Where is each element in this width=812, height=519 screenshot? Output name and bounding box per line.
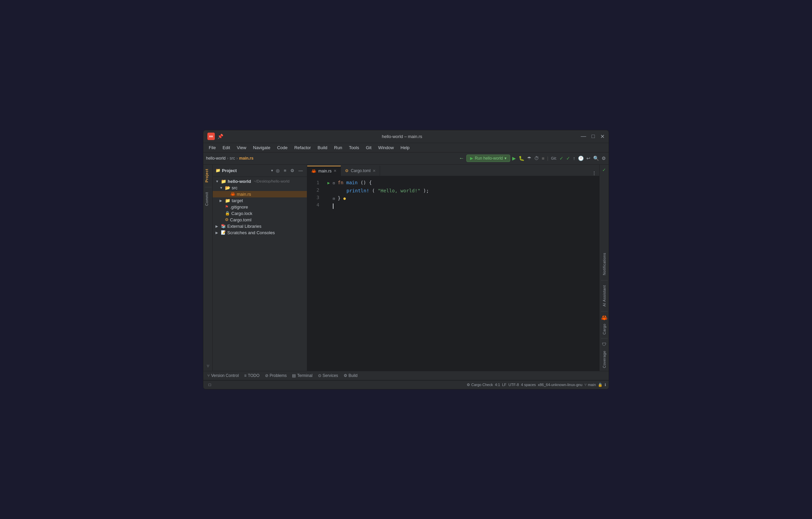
version-control-btn[interactable]: ⑂ Version Control bbox=[205, 373, 241, 379]
tree-target-folder[interactable]: ▶ 📁 target bbox=[213, 197, 307, 204]
tree-cargo-toml[interactable]: ⚙ Cargo.toml bbox=[213, 217, 307, 223]
vcs-icon[interactable]: ⑂ bbox=[205, 363, 211, 370]
commit-panel-label[interactable]: Commit bbox=[203, 188, 212, 210]
git-check1-icon[interactable]: ✓ bbox=[559, 156, 563, 161]
close-button[interactable]: ✕ bbox=[600, 133, 605, 140]
panel-sort-icon[interactable]: ≡ bbox=[282, 167, 288, 174]
code-content[interactable]: ▶ ⊟ fn main () { bbox=[323, 176, 599, 371]
git-check2-icon[interactable]: ✓ bbox=[566, 156, 570, 161]
coverage-icon-btn[interactable]: ☂ bbox=[527, 156, 531, 161]
maximize-button[interactable]: □ bbox=[591, 133, 595, 140]
cargo-icon[interactable]: 🦀 bbox=[600, 313, 608, 322]
tree-ext-libs[interactable]: ▶ 📚 External Libraries bbox=[213, 223, 307, 229]
panel-locate-icon[interactable]: ◎ bbox=[274, 167, 281, 174]
code-editor[interactable]: 1 2 3 4 ▶ ⊟ fn main bbox=[307, 176, 599, 371]
run-icon: ▶ bbox=[470, 156, 473, 161]
pin-icon[interactable]: 📌 bbox=[218, 134, 223, 139]
tab-cargo-toml[interactable]: ⚙ Cargo.toml ✕ bbox=[341, 166, 380, 176]
search-icon[interactable]: 🔍 bbox=[593, 156, 599, 161]
panel-settings-icon[interactable]: ⚙ bbox=[289, 167, 296, 174]
menu-git[interactable]: Git bbox=[363, 144, 374, 151]
menu-code[interactable]: Code bbox=[274, 144, 290, 151]
shield-icon[interactable]: 🛡 bbox=[600, 340, 608, 349]
services-btn[interactable]: ⊙ Services bbox=[315, 373, 341, 379]
git-revert-icon[interactable]: ↩ bbox=[586, 156, 590, 161]
run-arrow-icon[interactable]: ▶ bbox=[327, 181, 330, 185]
menu-help[interactable]: Help bbox=[398, 144, 412, 151]
menu-edit[interactable]: Edit bbox=[220, 144, 233, 151]
fold-close-icon[interactable]: ⊟ bbox=[333, 197, 335, 200]
version-control-icon: ⑂ bbox=[207, 373, 210, 378]
code-body-1: ⊟ fn main () { bbox=[333, 179, 599, 187]
menu-navigate[interactable]: Navigate bbox=[250, 144, 273, 151]
lock-icon[interactable]: 🔒 bbox=[598, 383, 603, 387]
problems-btn[interactable]: ⊘ Problems bbox=[262, 373, 290, 379]
code-body-2: println! ( "Hello, world!" ); bbox=[333, 187, 599, 194]
profile-icon-btn[interactable]: ⏱ bbox=[534, 156, 539, 161]
code-line-2: println! ( "Hello, world!" ); bbox=[327, 187, 599, 194]
breadcrumb: hello-world › src › main.rs bbox=[206, 156, 254, 161]
minimize-button[interactable]: — bbox=[581, 133, 586, 140]
cargo-toml-icon: ⚙ bbox=[225, 217, 229, 222]
breadcrumb-file[interactable]: main.rs bbox=[239, 156, 254, 161]
panel-dropdown-icon[interactable]: ▾ bbox=[271, 168, 273, 173]
project-panel: 📁 Project ▾ ◎ ≡ ⚙ — ▼ 📁 hello-world ~/De… bbox=[213, 165, 307, 371]
title-bar: RR 📌 hello-world – main.rs — □ ✕ bbox=[203, 130, 609, 143]
project-panel-label[interactable]: Project bbox=[203, 165, 212, 187]
menu-build[interactable]: Build bbox=[315, 144, 330, 151]
expand-icon[interactable]: □ bbox=[206, 381, 213, 388]
tab-cargo-toml-close[interactable]: ✕ bbox=[373, 169, 376, 173]
tree-main-rs[interactable]: 🦀 main.rs bbox=[213, 191, 307, 197]
debug-icon-btn[interactable]: 🐛 bbox=[519, 156, 524, 161]
menu-refactor[interactable]: Refactor bbox=[292, 144, 314, 151]
tree-cargo-lock[interactable]: 🔒 Cargo.lock bbox=[213, 210, 307, 217]
menu-tools[interactable]: Tools bbox=[346, 144, 362, 151]
indent-status[interactable]: 4 spaces bbox=[521, 383, 536, 387]
cargo-check-status[interactable]: ⚙ Cargo Check bbox=[467, 383, 493, 387]
breadcrumb-sep1: › bbox=[227, 156, 228, 161]
coverage-label[interactable]: Coverage bbox=[602, 349, 607, 370]
notifications-label[interactable]: Notifications bbox=[602, 250, 607, 278]
cargo-label[interactable]: Cargo bbox=[602, 322, 607, 336]
panel-minimize-icon[interactable]: — bbox=[297, 167, 304, 174]
tab-main-rs[interactable]: 🦀 main.rs ✕ bbox=[307, 166, 341, 176]
stop-icon-btn[interactable]: ■ bbox=[542, 156, 544, 161]
tabs-more-button[interactable]: ⋮ bbox=[589, 170, 599, 176]
menu-window[interactable]: Window bbox=[376, 144, 397, 151]
menu-file[interactable]: File bbox=[206, 144, 219, 151]
tree-gitignore[interactable]: ⚑ .gitignore bbox=[213, 204, 307, 210]
breadcrumb-project[interactable]: hello-world bbox=[206, 156, 226, 161]
tree-src-folder[interactable]: ▼ 📂 src bbox=[213, 185, 307, 191]
menu-view[interactable]: View bbox=[234, 144, 249, 151]
terminal-btn[interactable]: ▤ Terminal bbox=[289, 373, 315, 379]
line-num-2: 2 bbox=[307, 186, 319, 194]
tab-main-rs-label: main.rs bbox=[318, 169, 331, 173]
run-config-button[interactable]: ▶ Run hello-world ▾ bbox=[466, 155, 510, 162]
toolbar: hello-world › src › main.rs ← ▶ Run hell… bbox=[203, 153, 609, 165]
paren-2-open: ( bbox=[372, 188, 375, 193]
build-btn[interactable]: ⚙ Build bbox=[341, 373, 360, 379]
ai-assistant-label[interactable]: AI Assistant bbox=[602, 282, 607, 309]
line-ending-status[interactable]: LF bbox=[502, 383, 506, 387]
branch-status[interactable]: ⑂ main bbox=[584, 383, 596, 387]
encoding-status[interactable]: UTF-8 bbox=[509, 383, 519, 387]
git-history-icon[interactable]: 🕐 bbox=[578, 156, 584, 161]
toolbar-back-icon[interactable]: ← bbox=[459, 155, 464, 161]
git-push-icon[interactable]: ↑ bbox=[573, 156, 575, 161]
info-icon[interactable]: ℹ bbox=[605, 383, 606, 387]
tree-root[interactable]: ▼ 📁 hello-world ~/Desktop/hello-world bbox=[213, 178, 307, 185]
settings-icon[interactable]: ⚙ bbox=[602, 156, 606, 161]
fold-brace-icon[interactable]: ⊟ bbox=[333, 181, 335, 185]
menu-run[interactable]: Run bbox=[331, 144, 345, 151]
breadcrumb-src[interactable]: src bbox=[230, 156, 235, 161]
scratches-icon: 📝 bbox=[221, 230, 226, 235]
position-status[interactable]: 4:1 bbox=[495, 383, 500, 387]
tab-main-rs-close[interactable]: ✕ bbox=[334, 169, 337, 173]
checkmark-icon[interactable]: ✓ bbox=[600, 166, 608, 174]
run-icon-btn[interactable]: ▶ bbox=[512, 156, 516, 161]
tree-scratches[interactable]: ▶ 📝 Scratches and Consoles bbox=[213, 229, 307, 236]
arch-status[interactable]: x86_64-unknown-linux-gnu bbox=[538, 383, 582, 387]
todo-btn[interactable]: ≡ TODO bbox=[241, 373, 262, 379]
ext-libs-arrow-icon: ▶ bbox=[215, 224, 220, 228]
branch-icon: ⑂ bbox=[584, 383, 587, 387]
